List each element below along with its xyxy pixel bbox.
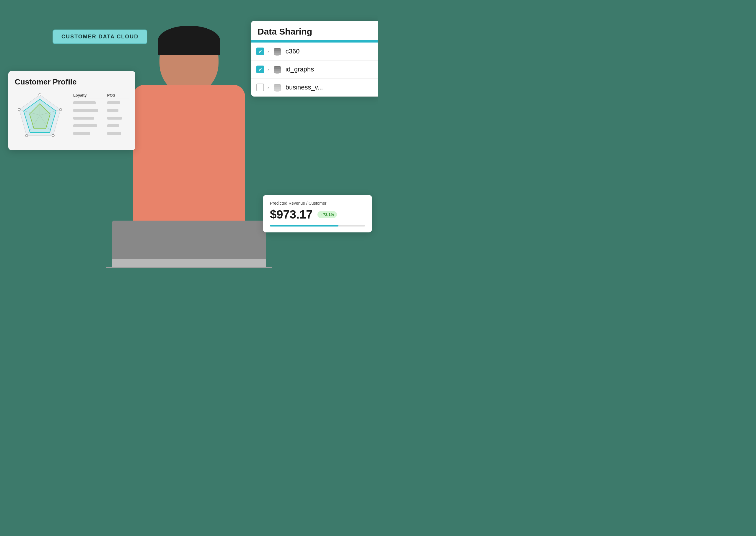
- laptop: [112, 220, 266, 268]
- profile-table: Loyalty POS: [70, 92, 129, 137]
- data-sharing-row-business[interactable]: › business_v...: [251, 79, 378, 97]
- revenue-bar: [270, 225, 365, 226]
- data-sharing-row-c360[interactable]: ✓ › c360: [251, 43, 378, 60]
- data-sharing-title: Data Sharing: [257, 27, 372, 37]
- svg-point-10: [52, 134, 54, 137]
- database-icon: [273, 47, 282, 56]
- data-sharing-accent-bar: [251, 40, 378, 43]
- revenue-bar-fill: [270, 225, 339, 226]
- col-pos: POS: [104, 92, 129, 99]
- customer-profile-card: Customer Profile: [8, 71, 135, 150]
- database-icon: [273, 65, 282, 74]
- col-loyalty: Loyalty: [70, 92, 104, 99]
- checkbox-id-graphs[interactable]: ✓: [256, 66, 264, 73]
- customer-profile-title: Customer Profile: [15, 77, 129, 86]
- table-row: [70, 99, 129, 107]
- svg-point-9: [59, 108, 62, 111]
- data-sharing-row-id-graphs[interactable]: ✓ › id_graphs: [251, 60, 378, 79]
- revenue-percent: 72.1%: [323, 212, 334, 217]
- laptop-base: [106, 267, 272, 268]
- checkbox-c360[interactable]: ✓: [256, 48, 264, 55]
- table-row: [70, 114, 129, 122]
- radar-chart: [15, 92, 65, 142]
- customer-data-cloud-badge: CUSTOMER DATA CLOUD: [52, 29, 148, 44]
- svg-point-12: [18, 108, 20, 111]
- revenue-card: Predicted Revenue / Customer $973.17 ↑ 7…: [263, 195, 372, 232]
- data-sharing-label-id-graphs: id_graphs: [285, 66, 314, 73]
- chevron-icon: ›: [268, 85, 269, 90]
- checkbox-business[interactable]: [256, 84, 264, 91]
- revenue-label: Predicted Revenue / Customer: [270, 201, 365, 206]
- table-row: [70, 107, 129, 114]
- svg-point-8: [39, 94, 41, 96]
- data-sharing-card: Data Sharing ✓ › c360 ✓ › id_graphs ›: [251, 21, 378, 97]
- svg-point-11: [25, 134, 28, 137]
- laptop-screen: [112, 220, 266, 259]
- data-sharing-label-c360: c360: [285, 48, 300, 55]
- chevron-icon: ›: [268, 67, 269, 72]
- revenue-arrow-icon: ↑: [320, 212, 322, 217]
- revenue-amount: $973.17: [270, 208, 313, 221]
- data-sharing-label-business: business_v...: [285, 84, 323, 91]
- table-row: [70, 122, 129, 130]
- table-row: [70, 130, 129, 137]
- database-icon-faded: [273, 83, 282, 92]
- person-hair: [158, 26, 220, 55]
- revenue-badge: ↑ 72.1%: [317, 211, 337, 218]
- chevron-icon: ›: [268, 49, 269, 54]
